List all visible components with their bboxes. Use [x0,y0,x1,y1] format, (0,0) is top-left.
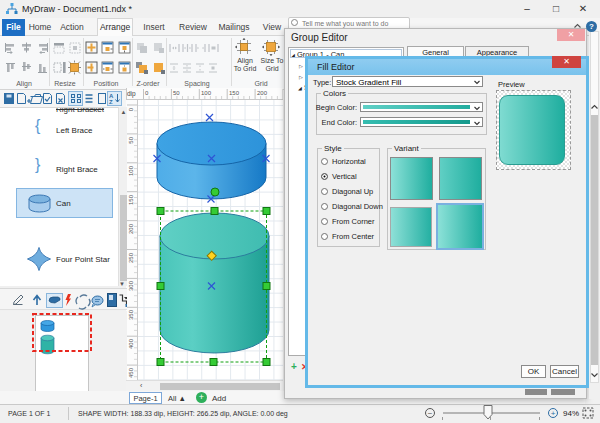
svg-text:150: 150 [229,90,240,96]
svg-text:Size To: Size To [261,57,284,64]
svg-text:50: 50 [128,136,134,143]
svg-text:350: 350 [128,309,134,320]
svg-text:Align: Align [237,57,253,65]
svg-text:50: 50 [173,90,180,96]
svg-text:To Grid: To Grid [234,65,257,72]
svg-text:200: 200 [128,223,134,234]
svg-text:300: 300 [128,280,134,291]
svg-text:250: 250 [128,252,134,263]
svg-text:100: 100 [128,165,134,176]
svg-text:0: 0 [145,90,149,96]
svg-text:200: 200 [257,90,268,96]
svg-text:100: 100 [201,90,212,96]
svg-text:0: 0 [128,107,134,111]
svg-text:Grid: Grid [265,65,278,72]
svg-text:Z: Z [109,99,113,105]
svg-text:450: 450 [128,367,134,378]
svg-text:150: 150 [128,194,134,205]
svg-text:400: 400 [128,338,134,349]
